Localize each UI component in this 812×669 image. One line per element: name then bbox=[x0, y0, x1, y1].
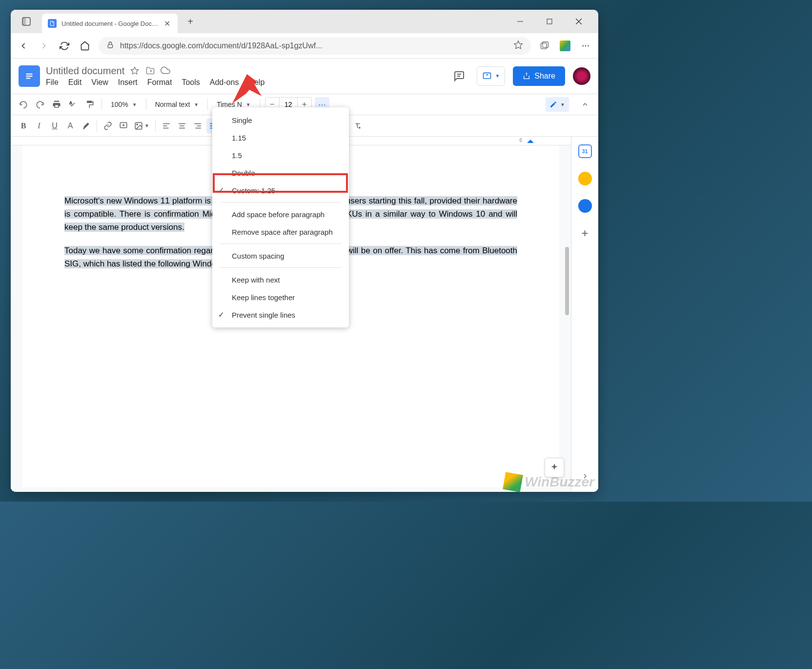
align-center-button[interactable] bbox=[175, 119, 189, 133]
menu-addons[interactable]: Add-ons bbox=[210, 78, 239, 87]
menu-bar: File Edit View Insert Format Tools Add-o… bbox=[46, 78, 264, 87]
tasks-icon[interactable] bbox=[578, 199, 592, 213]
docs-logo-icon[interactable] bbox=[19, 65, 40, 87]
text-color-button[interactable]: A bbox=[63, 119, 77, 133]
present-button[interactable]: ▼ bbox=[477, 66, 505, 86]
comments-button[interactable] bbox=[449, 66, 469, 86]
menu-format[interactable]: Format bbox=[147, 78, 172, 87]
align-right-button[interactable] bbox=[191, 119, 204, 133]
keep-with-next[interactable]: Keep with next bbox=[212, 271, 349, 288]
editing-mode-button[interactable]: ▼ bbox=[546, 97, 569, 112]
user-avatar[interactable] bbox=[573, 67, 590, 85]
highlight-button[interactable] bbox=[79, 119, 93, 133]
clear-format-button[interactable] bbox=[351, 119, 365, 133]
zoom-select[interactable]: 100%▼ bbox=[107, 97, 141, 112]
svg-text:A: A bbox=[70, 101, 72, 105]
svg-marker-61 bbox=[527, 140, 534, 143]
browser-menu-icon[interactable]: ⋯ bbox=[579, 39, 592, 53]
docs-favicon-icon bbox=[48, 19, 57, 28]
add-space-before[interactable]: Add space before paragraph bbox=[212, 205, 349, 223]
svg-rect-9 bbox=[543, 41, 548, 47]
collapse-toolbar-button[interactable] bbox=[578, 97, 592, 112]
svg-marker-7 bbox=[514, 41, 523, 48]
browser-tab[interactable]: Untitled document - Google Doc… ✕ bbox=[42, 14, 178, 33]
reload-button[interactable] bbox=[58, 39, 71, 53]
svg-marker-13 bbox=[131, 67, 139, 74]
tab-title: Untitled document - Google Doc… bbox=[61, 20, 158, 27]
document-title[interactable]: Untitled document bbox=[46, 65, 124, 77]
header-actions: ▼ Share bbox=[449, 66, 590, 86]
svg-rect-8 bbox=[541, 43, 547, 49]
bold-button[interactable]: B bbox=[17, 119, 30, 133]
add-addon-icon[interactable]: + bbox=[578, 226, 592, 240]
svg-rect-11 bbox=[26, 75, 33, 76]
svg-rect-12 bbox=[26, 78, 31, 79]
side-panel: 31 + bbox=[571, 137, 598, 492]
docs-header: Untitled document File Edit View Insert … bbox=[11, 59, 598, 94]
keep-icon[interactable] bbox=[578, 172, 592, 185]
align-left-button[interactable] bbox=[160, 119, 173, 133]
style-select[interactable]: Normal text▼ bbox=[151, 97, 203, 112]
tab-overview-icon[interactable] bbox=[19, 14, 34, 29]
calendar-icon[interactable]: 31 bbox=[578, 144, 592, 158]
line-spacing-menu: Single 1.15 1.5 Double ✓Custom: 1.25 Add… bbox=[212, 107, 349, 327]
remove-space-after[interactable]: Remove space after paragraph bbox=[212, 223, 349, 241]
spacing-custom-current[interactable]: ✓Custom: 1.25 bbox=[212, 182, 349, 199]
prevent-single-lines[interactable]: ✓Prevent single lines bbox=[212, 306, 349, 324]
menu-insert[interactable]: Insert bbox=[118, 78, 138, 87]
spacing-1-5[interactable]: 1.5 bbox=[212, 146, 349, 164]
maximize-button[interactable] bbox=[542, 14, 557, 29]
star-icon[interactable] bbox=[130, 66, 140, 76]
print-button[interactable] bbox=[50, 97, 63, 112]
move-icon[interactable] bbox=[146, 66, 155, 77]
new-tab-button[interactable]: + bbox=[183, 15, 197, 28]
menu-file[interactable]: File bbox=[46, 78, 59, 87]
custom-spacing[interactable]: Custom spacing bbox=[212, 247, 349, 264]
comment-button[interactable] bbox=[117, 119, 130, 133]
close-window-button[interactable] bbox=[571, 14, 587, 29]
menu-help[interactable]: Help bbox=[248, 78, 264, 87]
minimize-button[interactable] bbox=[512, 14, 528, 29]
window-controls bbox=[512, 14, 594, 29]
cloud-status-icon[interactable] bbox=[161, 65, 170, 77]
watermark: WinBuzzer bbox=[504, 473, 594, 491]
redo-button[interactable] bbox=[33, 97, 47, 112]
menu-view[interactable]: View bbox=[91, 78, 108, 87]
home-button[interactable] bbox=[78, 39, 92, 53]
svg-rect-1 bbox=[22, 18, 26, 25]
back-button[interactable] bbox=[17, 39, 30, 53]
spacing-double[interactable]: Double bbox=[212, 164, 349, 182]
check-icon: ✓ bbox=[218, 186, 224, 195]
address-bar-row: https://docs.google.com/document/d/1928A… bbox=[11, 33, 598, 59]
svg-point-22 bbox=[137, 123, 138, 124]
collections-icon[interactable] bbox=[538, 39, 551, 53]
svg-rect-6 bbox=[108, 44, 112, 48]
tab-close-icon[interactable]: ✕ bbox=[163, 19, 172, 28]
svg-rect-3 bbox=[547, 19, 552, 24]
vertical-scrollbar[interactable] bbox=[564, 247, 570, 442]
browser-titlebar: Untitled document - Google Doc… ✕ + bbox=[11, 10, 598, 33]
image-button[interactable]: ▼ bbox=[132, 119, 151, 133]
doc-title-area: Untitled document File Edit View Insert … bbox=[46, 65, 264, 87]
underline-button[interactable]: U bbox=[48, 119, 61, 133]
url-text: https://docs.google.com/document/d/1928A… bbox=[120, 41, 508, 50]
share-button[interactable]: Share bbox=[513, 66, 565, 86]
address-bar[interactable]: https://docs.google.com/document/d/1928A… bbox=[99, 37, 531, 55]
watermark-logo-icon bbox=[503, 472, 523, 492]
menu-edit[interactable]: Edit bbox=[68, 78, 82, 87]
keep-lines-together[interactable]: Keep lines together bbox=[212, 288, 349, 306]
spacing-single[interactable]: Single bbox=[212, 111, 349, 129]
forward-button[interactable] bbox=[37, 39, 51, 53]
lock-icon bbox=[106, 41, 114, 51]
link-button[interactable] bbox=[101, 119, 115, 133]
svg-rect-16 bbox=[484, 73, 491, 79]
favorite-icon[interactable] bbox=[513, 40, 523, 52]
spacing-1-15[interactable]: 1.15 bbox=[212, 129, 349, 146]
italic-button[interactable]: I bbox=[32, 119, 46, 133]
undo-button[interactable] bbox=[17, 97, 30, 112]
spellcheck-button[interactable]: A bbox=[66, 97, 80, 112]
paint-format-button[interactable] bbox=[83, 97, 97, 112]
extension-icon[interactable] bbox=[558, 39, 572, 53]
menu-tools[interactable]: Tools bbox=[182, 78, 200, 87]
svg-rect-10 bbox=[26, 73, 33, 74]
